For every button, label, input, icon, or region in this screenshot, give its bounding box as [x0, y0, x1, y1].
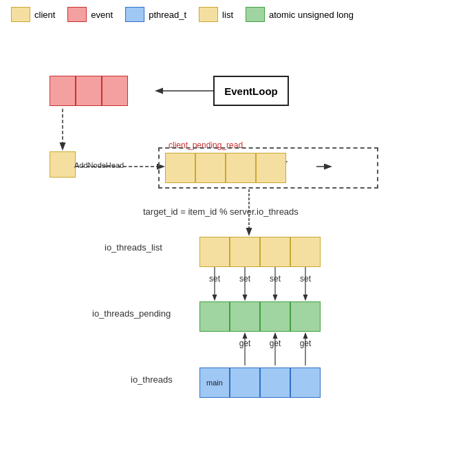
- set-label-2: set: [230, 274, 260, 284]
- legend-item-event: event: [67, 7, 113, 22]
- diagram: EventLoop client_pending_read AddNodeHea…: [0, 29, 476, 462]
- client-single-block: [50, 151, 76, 178]
- green-block-row: [199, 301, 321, 332]
- yellow-block-1: [199, 237, 230, 267]
- get-label-3: get: [290, 339, 321, 348]
- legend-box-pthread: [125, 7, 144, 22]
- red-block-1: [50, 76, 76, 106]
- red-event-row: [50, 76, 128, 106]
- legend-item-client: client: [11, 7, 55, 22]
- orange-block-4: [256, 153, 286, 183]
- orange-block-1: [165, 153, 195, 183]
- label-io-threads-pending: io_threads_pending: [92, 308, 171, 319]
- blue-block-2: [230, 368, 260, 398]
- legend-label-list: list: [222, 10, 233, 20]
- label-io-threads-list: io_threads_list: [105, 242, 162, 253]
- orange-block-row: [165, 153, 286, 183]
- blue-block-4: [290, 368, 321, 398]
- main-label: main: [206, 379, 223, 387]
- eventloop-box: EventLoop: [213, 76, 289, 106]
- yellow-block-2: [230, 237, 260, 267]
- red-block-2: [76, 76, 102, 106]
- red-block-3: [102, 76, 128, 106]
- label-io-threads: io_threads: [131, 374, 173, 385]
- get-label-1: get: [230, 339, 260, 348]
- legend-item-pthread: pthread_t: [125, 7, 186, 22]
- orange-block-3: [226, 153, 256, 183]
- blue-block-row: main: [199, 368, 321, 398]
- orange-block-2: [195, 153, 226, 183]
- green-block-3: [260, 301, 290, 332]
- legend-item-list: list: [199, 7, 233, 22]
- get-label-2: get: [260, 339, 290, 348]
- green-block-2: [230, 301, 260, 332]
- green-block-4: [290, 301, 321, 332]
- legend-box-event: [67, 7, 87, 22]
- label-target-id: target_id = item_id % server.io_threads: [143, 206, 299, 217]
- yellow-block-3: [260, 237, 290, 267]
- blue-block-3: [260, 368, 290, 398]
- legend-label-event: event: [91, 10, 113, 20]
- yellow-block-4: [290, 237, 321, 267]
- eventloop-label: EventLoop: [224, 85, 278, 97]
- legend-label-client: client: [34, 10, 55, 20]
- yellow-block-row: [199, 237, 321, 267]
- legend-item-atomic: atomic unsigned long: [246, 7, 354, 22]
- legend-box-atomic: [246, 7, 265, 22]
- legend-box-client: [11, 7, 30, 22]
- set-label-3: set: [260, 274, 290, 284]
- legend-label-atomic: atomic unsigned long: [269, 10, 354, 20]
- green-block-1: [199, 301, 230, 332]
- get-labels-row: get get get: [230, 339, 351, 348]
- add-node-head-text: AddNodeHead: [74, 161, 124, 169]
- set-labels-row: set set set set: [199, 274, 321, 284]
- blue-block-main: main: [199, 368, 230, 398]
- legend-box-list: [199, 7, 218, 22]
- legend-label-pthread: pthread_t: [149, 10, 186, 20]
- label-add-node-head: AddNodeHead: [74, 161, 124, 169]
- set-label-1: set: [199, 274, 230, 284]
- legend: client event pthread_t list atomic unsig…: [0, 0, 476, 29]
- set-label-4: set: [290, 274, 321, 284]
